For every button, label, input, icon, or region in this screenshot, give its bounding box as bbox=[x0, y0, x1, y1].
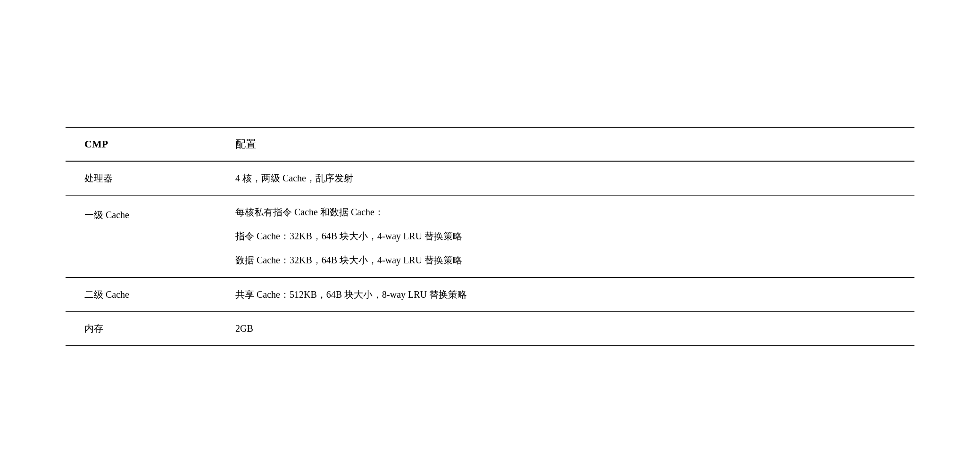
label-memory: 内存 bbox=[66, 312, 216, 346]
table-row: 处理器 4 核，两级 Cache，乱序发射 bbox=[66, 161, 914, 196]
table-header-row: CMP 配置 bbox=[66, 127, 914, 161]
value-l1cache-line2: 指令 Cache：32KB，64B 块大小，4-way LRU 替换策略 bbox=[216, 222, 914, 246]
value-l1cache-line3: 数据 Cache：32KB，64B 块大小，4-way LRU 替换策略 bbox=[216, 246, 914, 277]
main-table-container: CMP 配置 处理器 4 核，两级 Cache，乱序发射 一级 Cache 每核… bbox=[66, 127, 914, 346]
header-cmp: CMP bbox=[66, 127, 216, 161]
value-processor: 4 核，两级 Cache，乱序发射 bbox=[216, 161, 914, 196]
label-l1cache: 一级 Cache bbox=[66, 196, 216, 278]
label-l2cache: 二级 Cache bbox=[66, 277, 216, 312]
cmp-config-table: CMP 配置 处理器 4 核，两级 Cache，乱序发射 一级 Cache 每核… bbox=[66, 127, 914, 346]
table-row-l1cache: 一级 Cache 每核私有指令 Cache 和数据 Cache： bbox=[66, 196, 914, 223]
table-row-memory: 内存 2GB bbox=[66, 312, 914, 346]
header-config: 配置 bbox=[216, 127, 914, 161]
label-processor: 处理器 bbox=[66, 161, 216, 196]
value-memory: 2GB bbox=[216, 312, 914, 346]
value-l2cache: 共享 Cache：512KB，64B 块大小，8-way LRU 替换策略 bbox=[216, 277, 914, 312]
value-l1cache-line1: 每核私有指令 Cache 和数据 Cache： bbox=[216, 196, 914, 223]
table-row-l2cache: 二级 Cache 共享 Cache：512KB，64B 块大小，8-way LR… bbox=[66, 277, 914, 312]
